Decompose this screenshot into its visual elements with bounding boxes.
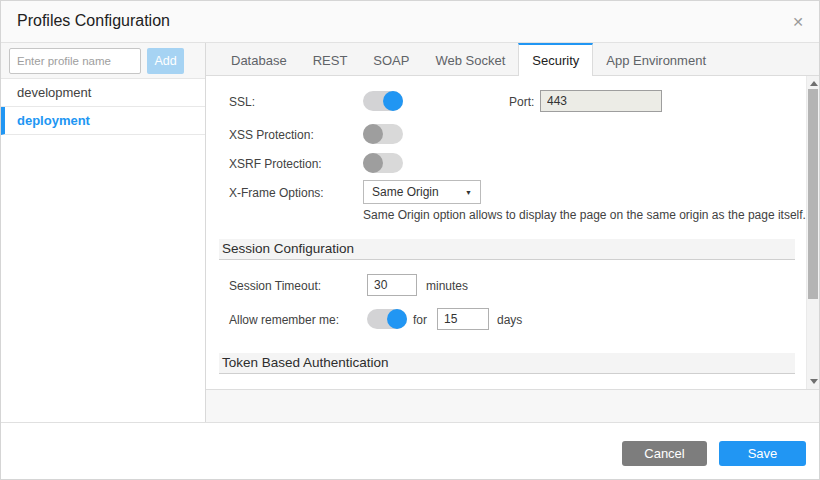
toggle-knob (363, 153, 383, 173)
cancel-button[interactable]: Cancel (622, 441, 707, 466)
add-profile-button[interactable]: Add (147, 48, 184, 74)
xframe-help-text: Same Origin option allows to display the… (363, 208, 806, 222)
scrollbar-thumb[interactable] (808, 89, 818, 299)
scroll-up-icon[interactable] (810, 81, 818, 86)
profiles-configuration-dialog: Profiles Configuration ✕ Add development… (0, 0, 820, 480)
dialog-footer: Cancel Save (1, 422, 819, 479)
xsrf-protection-label: XSRF Protection: (229, 157, 322, 171)
profile-list: development deployment (1, 79, 205, 135)
profile-sidebar: Add development deployment (1, 43, 206, 422)
tab-database[interactable]: Database (218, 43, 300, 76)
content-bottom-strip (206, 389, 819, 422)
remember-me-days-unit-label: days (497, 313, 522, 327)
profile-item-development[interactable]: development (1, 79, 205, 107)
tab-bar: Database REST SOAP Web Socket Security A… (206, 43, 819, 76)
session-timeout-label: Session Timeout: (229, 279, 321, 293)
save-button[interactable]: Save (719, 441, 806, 466)
session-timeout-input[interactable] (367, 274, 417, 296)
dialog-title: Profiles Configuration (17, 12, 170, 30)
xframe-options-label: X-Frame Options: (229, 186, 324, 200)
toggle-knob (387, 309, 407, 329)
chevron-down-icon: ▼ (465, 189, 472, 196)
close-icon[interactable]: ✕ (787, 11, 809, 33)
scroll-down-icon[interactable] (810, 379, 818, 384)
remember-me-days-input[interactable] (437, 308, 489, 330)
tab-app-environment[interactable]: App Environment (593, 43, 719, 76)
toggle-knob (383, 91, 403, 111)
xframe-selected-option: Same Origin (372, 185, 439, 199)
xss-protection-toggle[interactable] (363, 124, 403, 144)
toggle-knob (363, 124, 383, 144)
dialog-header: Profiles Configuration ✕ (1, 1, 819, 43)
tab-web-socket[interactable]: Web Socket (422, 43, 518, 76)
session-timeout-unit-label: minutes (426, 279, 468, 293)
tab-soap[interactable]: SOAP (360, 43, 422, 76)
port-input[interactable] (540, 90, 662, 112)
session-configuration-heading: Session Configuration (219, 239, 795, 260)
profile-name-input[interactable] (9, 48, 141, 74)
main-panel: Database REST SOAP Web Socket Security A… (206, 43, 819, 422)
xframe-options-dropdown[interactable]: Same Origin ▼ (363, 180, 481, 204)
vertical-scrollbar[interactable] (806, 76, 819, 389)
ssl-label: SSL: (229, 95, 255, 109)
port-label: Port: (509, 95, 534, 109)
profile-add-row: Add (1, 43, 205, 79)
allow-remember-me-label: Allow remember me: (229, 313, 339, 327)
token-authentication-heading: Token Based Authentication (219, 353, 795, 374)
xss-protection-label: XSS Protection: (229, 128, 314, 142)
profile-item-deployment[interactable]: deployment (1, 107, 205, 135)
xsrf-protection-toggle[interactable] (363, 153, 403, 173)
remember-me-toggle[interactable] (367, 309, 407, 329)
remember-me-for-label: for (413, 313, 427, 327)
tab-security[interactable]: Security (518, 43, 593, 76)
ssl-toggle[interactable] (363, 91, 403, 111)
security-tab-content: SSL: Port: XSS Protection: XSRF Protecti… (206, 76, 819, 389)
tab-rest[interactable]: REST (300, 43, 361, 76)
